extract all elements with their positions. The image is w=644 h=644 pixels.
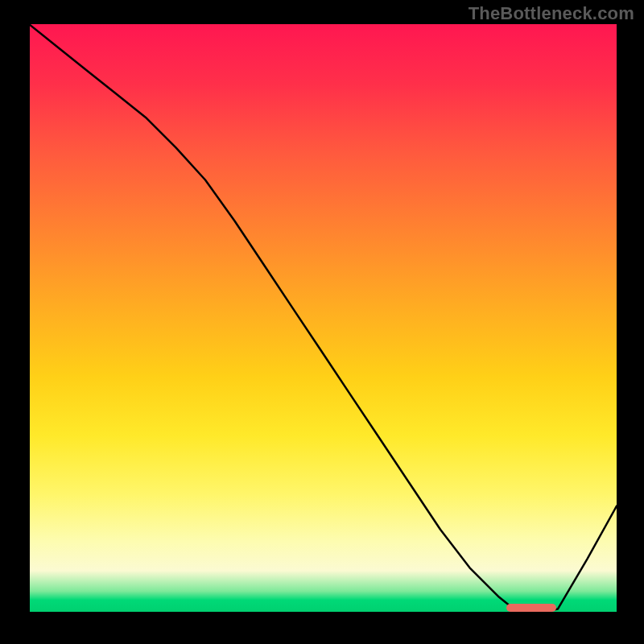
- x-axis: [29, 612, 617, 614]
- y-axis: [27, 24, 30, 614]
- chart-container: TheBottleneck.com: [0, 0, 644, 644]
- bottleneck-curve: [29, 24, 617, 612]
- curve-path: [29, 24, 617, 612]
- optimum-marker: [506, 604, 556, 612]
- plot-area: [29, 24, 617, 612]
- watermark-text: TheBottleneck.com: [469, 3, 634, 24]
